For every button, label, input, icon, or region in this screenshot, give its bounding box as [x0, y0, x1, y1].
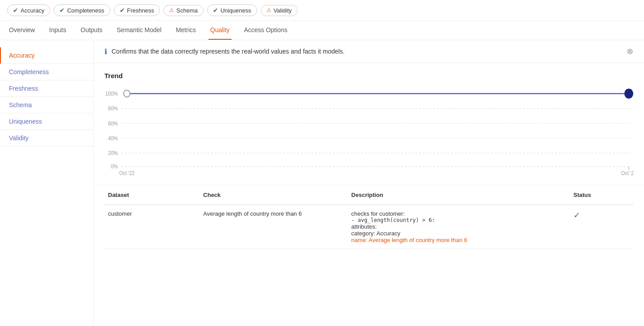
svg-text:Oct '22: Oct '22 — [621, 170, 633, 176]
completeness-label: Completeness — [67, 7, 104, 14]
chart-svg: 100% 80% 60% 40% 20% 0% — [104, 87, 633, 176]
validity-warn-icon: ⚠ — [266, 7, 271, 13]
accuracy-check-icon: ✔ — [13, 7, 18, 14]
info-banner: ℹ Confirms that the data correctly repre… — [94, 40, 644, 63]
uniqueness-label: Uniqueness — [220, 7, 251, 14]
filter-chip-uniqueness[interactable]: ✔Uniqueness — [207, 4, 257, 16]
col-header-description: Description — [348, 185, 570, 205]
trend-title: Trend — [104, 72, 633, 79]
tab-metrics[interactable]: Metrics — [174, 21, 198, 40]
info-banner-message: Confirms that the data correctly represe… — [112, 48, 345, 55]
svg-text:40%: 40% — [108, 135, 118, 141]
table-header-row: Dataset Check Description Status — [104, 185, 633, 205]
info-icon: ℹ — [104, 47, 107, 56]
tab-outputs[interactable]: Outputs — [79, 21, 104, 40]
table-body: customer Average length of country more … — [104, 205, 633, 249]
uniqueness-check-icon: ✔ — [213, 7, 218, 14]
filter-chip-freshness[interactable]: ✔Freshness — [114, 4, 160, 16]
tab-quality[interactable]: Quality — [208, 21, 232, 40]
filter-chip-schema[interactable]: ⚠Schema — [163, 5, 204, 16]
trend-section: Trend 100% 80% 60% 40% 20% 0% — [94, 63, 644, 185]
cell-dataset: customer — [104, 205, 199, 249]
schema-label: Schema — [176, 7, 198, 14]
table-section: Dataset Check Description Status custome… — [94, 185, 644, 249]
sidebar-item-uniqueness[interactable]: Uniqueness — [0, 113, 93, 130]
cell-description: checks for customer: - avg_length(countr… — [348, 205, 570, 249]
svg-text:20%: 20% — [108, 150, 118, 156]
desc-line5: name: Average length of country more tha… — [351, 237, 566, 243]
nav-tabs: OverviewInputsOutputsSemantic ModelMetri… — [0, 21, 644, 40]
completeness-check-icon: ✔ — [59, 7, 65, 14]
info-banner-text: ℹ Confirms that the data correctly repre… — [104, 47, 345, 56]
desc-line4: category: Accuracy — [351, 230, 566, 237]
filter-chip-validity[interactable]: ⚠Validity — [261, 5, 298, 16]
col-header-check: Check — [199, 185, 348, 205]
sidebar: AccuracyCompletenessFreshnessSchemaUniqu… — [0, 40, 94, 326]
close-button[interactable]: ⊗ — [627, 46, 633, 56]
col-header-status: Status — [570, 185, 633, 205]
col-header-dataset: Dataset — [104, 185, 199, 205]
sidebar-item-accuracy[interactable]: Accuracy — [0, 47, 93, 64]
desc-line3: attributes: — [351, 223, 566, 230]
filter-chip-accuracy[interactable]: ✔Accuracy — [7, 4, 50, 16]
svg-point-13 — [124, 90, 130, 97]
main-layout: AccuracyCompletenessFreshnessSchemaUniqu… — [0, 40, 644, 326]
svg-text:60%: 60% — [108, 120, 118, 126]
data-table: Dataset Check Description Status custome… — [104, 185, 633, 249]
sidebar-item-validity[interactable]: Validity — [0, 130, 93, 146]
status-check-icon: ✓ — [573, 211, 580, 220]
svg-text:0%: 0% — [111, 163, 118, 170]
svg-text:Oct '22: Oct '22 — [119, 170, 135, 176]
desc-line2: - avg_length(country) > 6: — [351, 217, 566, 223]
trend-chart: 100% 80% 60% 40% 20% 0% — [104, 87, 633, 176]
accuracy-label: Accuracy — [21, 7, 44, 14]
tab-inputs[interactable]: Inputs — [47, 21, 68, 40]
filter-bar: ✔Accuracy✔Completeness✔Freshness⚠Schema✔… — [0, 0, 644, 21]
sidebar-item-schema[interactable]: Schema — [0, 97, 93, 113]
schema-warn-icon: ⚠ — [169, 7, 174, 13]
cell-check: Average length of country more than 6 — [199, 205, 348, 249]
tab-semantic-model[interactable]: Semantic Model — [115, 21, 163, 40]
svg-text:80%: 80% — [108, 105, 118, 112]
content-area: ℹ Confirms that the data correctly repre… — [94, 40, 644, 326]
tab-access-options[interactable]: Access Options — [242, 21, 289, 40]
tab-overview[interactable]: Overview — [7, 21, 37, 40]
freshness-label: Freshness — [127, 7, 154, 14]
freshness-check-icon: ✔ — [120, 7, 125, 14]
sidebar-item-completeness[interactable]: Completeness — [0, 64, 93, 80]
table-row: customer Average length of country more … — [104, 205, 633, 249]
desc-line1: checks for customer: — [351, 210, 566, 217]
cell-status: ✓ — [570, 205, 633, 249]
validity-label: Validity — [274, 7, 292, 14]
svg-text:100%: 100% — [105, 90, 118, 96]
filter-chip-completeness[interactable]: ✔Completeness — [54, 4, 110, 16]
sidebar-item-freshness[interactable]: Freshness — [0, 80, 93, 97]
svg-point-14 — [624, 88, 633, 98]
